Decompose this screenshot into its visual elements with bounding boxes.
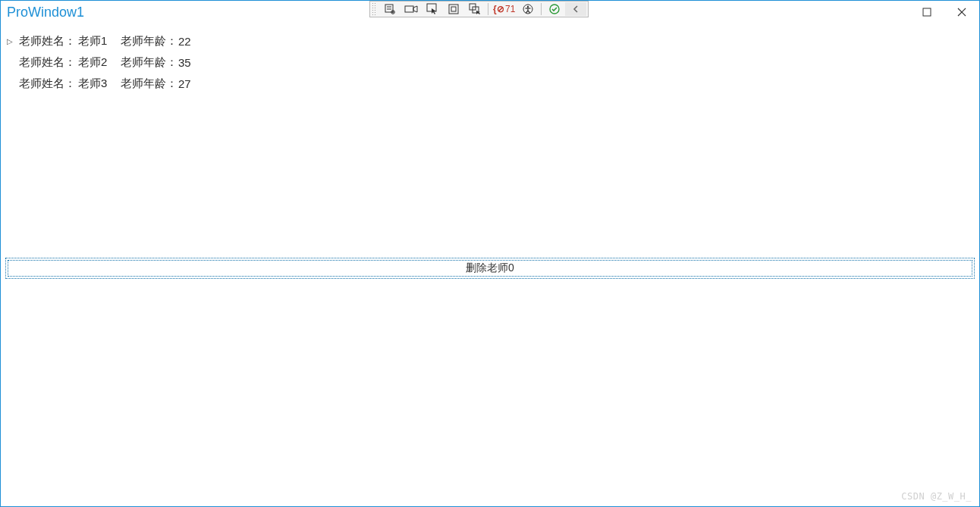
track-focus-button[interactable] xyxy=(464,2,485,16)
window-title: ProWindow1 xyxy=(7,5,84,20)
svg-rect-14 xyxy=(451,7,456,11)
layout-adorners-button[interactable] xyxy=(443,2,464,16)
binding-errors-button[interactable]: {⊘} 71 xyxy=(491,2,517,16)
tree-row[interactable]: 老师姓名： 老师3 老师年龄： 27 xyxy=(1,73,979,94)
svg-marker-12 xyxy=(432,8,436,14)
maximize-button[interactable] xyxy=(909,1,944,23)
teacher-age-value: 35 xyxy=(178,56,209,69)
delete-teacher-button-inner: 删除老师0 xyxy=(8,260,972,277)
close-icon xyxy=(957,8,966,17)
tree-row[interactable]: ▷ 老师姓名： 老师1 老师年龄： 22 xyxy=(1,30,979,52)
svg-text:{⊘}: {⊘} xyxy=(493,4,504,14)
camera-icon xyxy=(404,4,418,14)
watermark-text: CSDN @Z_W_H_ xyxy=(901,491,972,502)
binding-errors-count: 71 xyxy=(505,4,515,14)
delete-teacher-label: 删除老师0 xyxy=(466,261,514,275)
svg-rect-0 xyxy=(923,8,931,16)
check-circle-icon xyxy=(549,4,560,14)
accessibility-icon xyxy=(523,4,533,14)
close-button[interactable] xyxy=(944,1,979,23)
accessibility-button[interactable] xyxy=(517,2,539,16)
teacher-age-label: 老师年龄： xyxy=(121,55,178,70)
chevron-left-icon xyxy=(572,5,580,14)
teacher-name-label: 老师姓名： xyxy=(19,77,78,91)
go-to-live-tree-button[interactable] xyxy=(379,2,400,16)
teacher-name-value: 老师2 xyxy=(78,55,121,70)
teacher-name-value: 老师3 xyxy=(78,77,121,91)
focus-icon xyxy=(469,3,481,15)
teacher-age-label: 老师年龄： xyxy=(121,77,178,91)
record-button[interactable] xyxy=(400,2,422,16)
teacher-age-label: 老师年龄： xyxy=(121,34,178,49)
expander-icon[interactable]: ▷ xyxy=(1,37,19,45)
teacher-age-value: 27 xyxy=(178,77,209,90)
delete-teacher-button[interactable]: 删除老师0 xyxy=(5,258,975,279)
tree-icon xyxy=(384,3,396,15)
tree-row[interactable]: 老师姓名： 老师2 老师年龄： 35 xyxy=(1,52,979,73)
layout-icon xyxy=(448,4,459,14)
svg-rect-13 xyxy=(449,5,458,14)
svg-marker-10 xyxy=(413,6,417,12)
toolbar-separator xyxy=(488,3,488,15)
teacher-treeview[interactable]: ▷ 老师姓名： 老师1 老师年龄： 22 老师姓名： 老师2 老师年龄： 35 … xyxy=(1,24,979,94)
teacher-name-label: 老师姓名： xyxy=(19,34,78,49)
select-element-button[interactable] xyxy=(422,2,443,16)
maximize-icon xyxy=(922,8,931,17)
svg-line-24 xyxy=(528,11,530,13)
toolbar-separator xyxy=(541,3,542,15)
app-window: ProWindow1 xyxy=(0,0,980,507)
debug-toolbar[interactable]: {⊘} 71 xyxy=(369,1,589,17)
teacher-name-label: 老师姓名： xyxy=(19,55,78,70)
teacher-name-value: 老师1 xyxy=(78,34,121,49)
teacher-age-value: 22 xyxy=(178,35,209,48)
toolbar-grip[interactable] xyxy=(372,2,376,16)
target-icon: {⊘} xyxy=(493,4,504,14)
client-area: ▷ 老师姓名： 老师1 老师年龄： 22 老师姓名： 老师2 老师年龄： 35 … xyxy=(1,24,979,506)
svg-point-20 xyxy=(527,6,529,8)
collapse-toolbar-button[interactable] xyxy=(565,2,586,16)
svg-rect-9 xyxy=(405,6,413,12)
window-controls xyxy=(909,1,979,23)
hot-reload-status-button[interactable] xyxy=(544,2,565,16)
pointer-select-icon xyxy=(426,3,438,15)
